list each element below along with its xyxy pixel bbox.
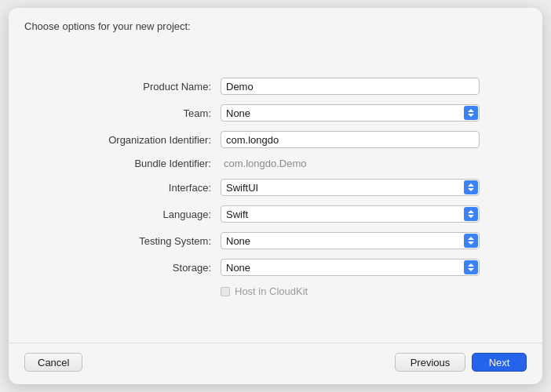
storage-select[interactable]: None: [221, 259, 480, 276]
storage-label: Storage:: [71, 262, 221, 274]
next-button[interactable]: Next: [472, 353, 527, 372]
dialog-body: Product Name: Team: None: [9, 32, 542, 343]
product-name-control: [221, 78, 480, 95]
dialog-title: Choose options for your new project:: [24, 20, 191, 32]
team-row: Team: None: [71, 104, 480, 122]
interface-select-wrapper: SwiftUI: [221, 179, 480, 196]
product-name-label: Product Name:: [71, 81, 221, 93]
team-control: None: [221, 104, 480, 122]
bundle-identifier-row: Bundle Identifier: com.longdo.Demo: [71, 158, 480, 169]
cloudkit-label: Host in CloudKit: [221, 285, 308, 297]
bundle-identifier-value: com.longdo.Demo: [221, 158, 307, 169]
interface-row: Interface: SwiftUI: [71, 179, 480, 196]
team-label: Team:: [71, 107, 221, 119]
interface-select[interactable]: SwiftUI: [221, 179, 480, 196]
bundle-identifier-control: com.longdo.Demo: [221, 158, 480, 169]
cloudkit-checkbox[interactable]: [221, 287, 230, 296]
product-name-row: Product Name:: [71, 78, 480, 95]
testing-system-control: None: [221, 232, 480, 249]
cloudkit-label-text: Host in CloudKit: [235, 285, 308, 297]
footer-left: Cancel: [24, 353, 82, 372]
testing-system-select-wrapper: None: [221, 232, 480, 249]
new-project-dialog: Choose options for your new project: Pro…: [9, 8, 542, 384]
org-identifier-label: Organization Identifier:: [71, 134, 221, 146]
project-form: Product Name: Team: None: [71, 78, 480, 297]
product-name-input[interactable]: [221, 78, 480, 95]
interface-label: Interface:: [71, 182, 221, 194]
storage-row: Storage: None: [71, 259, 480, 276]
storage-select-wrapper: None: [221, 259, 480, 276]
cancel-button[interactable]: Cancel: [24, 353, 82, 372]
storage-control: None: [221, 259, 480, 276]
dialog-footer: Cancel Previous Next: [9, 343, 542, 384]
dialog-header: Choose options for your new project:: [9, 8, 542, 32]
language-label: Language:: [71, 209, 221, 220]
bundle-identifier-label: Bundle Identifier:: [71, 158, 221, 169]
org-identifier-row: Organization Identifier:: [71, 131, 480, 148]
language-select[interactable]: Swift: [221, 205, 480, 223]
org-identifier-control: [221, 131, 480, 148]
team-select-wrapper: None: [221, 104, 480, 122]
language-select-wrapper: Swift: [221, 205, 480, 223]
org-identifier-input[interactable]: [221, 131, 480, 148]
testing-system-row: Testing System: None: [71, 232, 480, 249]
cloudkit-row: Host in CloudKit: [71, 285, 480, 297]
team-select[interactable]: None: [221, 104, 480, 122]
language-control: Swift: [221, 205, 480, 223]
previous-button[interactable]: Previous: [395, 353, 465, 372]
language-row: Language: Swift: [71, 205, 480, 223]
testing-system-label: Testing System:: [71, 235, 221, 247]
interface-control: SwiftUI: [221, 179, 480, 196]
testing-system-select[interactable]: None: [221, 232, 480, 249]
footer-right: Previous Next: [395, 353, 527, 372]
